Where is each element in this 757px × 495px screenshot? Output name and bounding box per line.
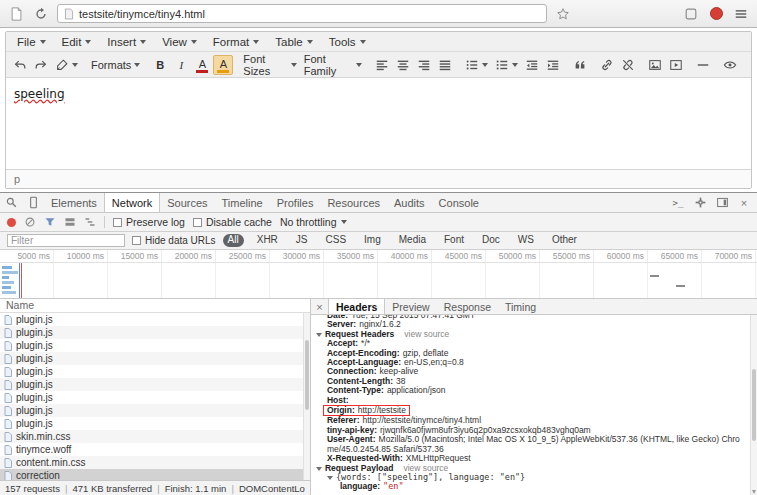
close-details-icon[interactable]: × (311, 299, 328, 314)
menu-edit[interactable]: Edit (54, 32, 100, 51)
request-row[interactable]: tinymce.woff (0, 443, 310, 456)
devtools-tab-profiles[interactable]: Profiles (270, 193, 321, 212)
font-sizes-dropdown[interactable]: Font Sizes (240, 55, 299, 75)
request-row[interactable]: plugin.js (0, 404, 310, 417)
preserve-log-checkbox[interactable]: Preserve log (113, 216, 185, 228)
link-button[interactable] (597, 55, 617, 75)
element-path[interactable]: p (14, 173, 20, 185)
record-network-log-icon[interactable] (7, 218, 16, 227)
menu-tools[interactable]: Tools (321, 32, 374, 51)
devtools-tab-resources[interactable]: Resources (320, 193, 387, 212)
scrollbar-thumb[interactable] (305, 340, 309, 410)
devtools-tab-console[interactable]: Console (432, 193, 486, 212)
redo-button[interactable] (31, 55, 51, 75)
editor-content-area[interactable]: speeling (6, 78, 751, 169)
device-toolbar-icon[interactable] (22, 193, 44, 212)
format-painter-button[interactable] (52, 55, 81, 75)
hide-data-urls-checkbox[interactable]: Hide data URLs (132, 235, 216, 246)
request-row[interactable]: plugin.js (0, 313, 310, 326)
filter-type-doc[interactable]: Doc (477, 234, 505, 247)
font-family-dropdown[interactable]: Font Family (301, 55, 365, 75)
network-overview[interactable] (0, 263, 757, 299)
filter-type-img[interactable]: Img (359, 234, 386, 247)
menu-table[interactable]: Table (267, 32, 321, 51)
devtools-tab-elements[interactable]: Elements (44, 193, 104, 212)
numbered-list-button[interactable] (492, 55, 521, 75)
inspect-element-icon[interactable] (0, 193, 22, 212)
horizontal-rule-button[interactable] (693, 55, 713, 75)
indent-button[interactable] (543, 55, 563, 75)
preview-button[interactable] (720, 55, 740, 75)
italic-button[interactable]: I (171, 55, 191, 75)
refresh-icon[interactable] (32, 5, 50, 23)
blockquote-button[interactable] (570, 55, 590, 75)
filter-type-css[interactable]: CSS (321, 234, 352, 247)
request-row[interactable]: plugin.js (0, 378, 310, 391)
extension-icon[interactable] (682, 5, 700, 23)
request-row[interactable]: skin.min.css (0, 430, 310, 443)
filter-type-font[interactable]: Font (439, 234, 469, 247)
bullet-list-button[interactable] (462, 55, 491, 75)
triangle-down-icon[interactable] (327, 476, 333, 480)
filter-type-media[interactable]: Media (394, 234, 431, 247)
filter-input[interactable] (7, 234, 125, 247)
disable-cache-checkbox[interactable]: Disable cache (193, 216, 272, 228)
filter-type-ws[interactable]: WS (513, 234, 539, 247)
request-row[interactable]: plugin.js (0, 352, 310, 365)
settings-gear-icon[interactable] (689, 193, 711, 212)
background-color-button[interactable]: A (213, 55, 233, 75)
scrollbar-thumb[interactable] (752, 369, 756, 441)
large-rows-icon[interactable] (64, 216, 76, 228)
view-source-link[interactable]: view source (404, 329, 449, 339)
record-extension-icon[interactable] (707, 5, 725, 23)
browser-menu-icon[interactable] (732, 5, 750, 23)
bold-button[interactable]: B (150, 55, 170, 75)
name-column-header[interactable]: Name (0, 299, 310, 313)
formats-dropdown[interactable]: Formats (88, 55, 143, 75)
undo-button[interactable] (10, 55, 30, 75)
request-row[interactable]: plugin.js (0, 417, 310, 430)
media-button[interactable] (666, 55, 686, 75)
menu-file[interactable]: File (9, 32, 54, 51)
devtools-tab-network[interactable]: Network (104, 193, 160, 212)
timeline-view-icon[interactable] (84, 216, 96, 228)
details-scrollbar[interactable] (750, 315, 757, 495)
request-row[interactable]: plugin.js (0, 326, 310, 339)
filter-type-other[interactable]: Other (547, 234, 582, 247)
clear-network-log-icon[interactable] (24, 216, 36, 228)
align-right-button[interactable] (414, 55, 434, 75)
outdent-button[interactable] (522, 55, 542, 75)
details-tab-response[interactable]: Response (437, 299, 498, 314)
details-tab-preview[interactable]: Preview (385, 299, 436, 314)
devtools-close-icon[interactable]: × (733, 193, 755, 212)
address-bar[interactable]: testsite/tinymce/tiny4.html (57, 4, 547, 23)
filter-type-js[interactable]: JS (291, 234, 313, 247)
menu-view[interactable]: View (154, 32, 205, 51)
align-center-button[interactable] (393, 55, 413, 75)
page-icon[interactable] (7, 5, 25, 23)
request-row[interactable]: content.min.css (0, 456, 310, 469)
triangle-down-icon[interactable] (316, 333, 322, 337)
request-row[interactable]: plugin.js (0, 365, 310, 378)
filter-funnel-icon[interactable] (44, 216, 56, 228)
triangle-down-icon[interactable] (316, 467, 322, 471)
throttling-dropdown[interactable]: No throttling (280, 216, 347, 228)
bookmark-star-icon[interactable] (554, 5, 572, 23)
devtools-tab-audits[interactable]: Audits (387, 193, 432, 212)
editor-text[interactable]: speeling (14, 87, 65, 101)
requests-scrollbar[interactable] (303, 313, 310, 480)
menu-format[interactable]: Format (205, 32, 267, 51)
filter-type-xhr[interactable]: XHR (252, 234, 283, 247)
align-justify-button[interactable] (435, 55, 455, 75)
image-button[interactable] (645, 55, 665, 75)
request-row[interactable]: plugin.js (0, 339, 310, 352)
devtools-tab-sources[interactable]: Sources (160, 193, 214, 212)
unlink-button[interactable] (618, 55, 638, 75)
filter-type-all[interactable]: All (223, 234, 244, 247)
menu-insert[interactable]: Insert (99, 32, 154, 51)
scroll-down-arrow-icon[interactable] (752, 490, 756, 494)
devtools-tab-timeline[interactable]: Timeline (215, 193, 270, 212)
details-tab-timing[interactable]: Timing (498, 299, 543, 314)
console-drawer-icon[interactable]: >_ (667, 193, 689, 212)
text-color-button[interactable]: A (192, 55, 212, 75)
